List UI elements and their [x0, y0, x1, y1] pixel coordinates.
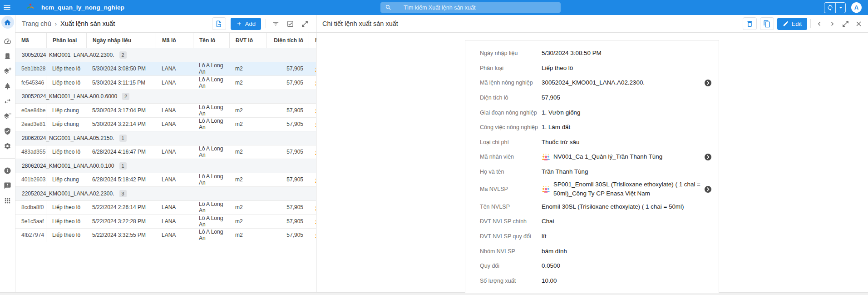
detail-field-row: Tên NVLSP Enomil 30SL (Trisiloxane ethox…: [465, 200, 719, 215]
sidebar-item-gear[interactable]: [1, 140, 14, 152]
sync-dropdown-button[interactable]: [836, 3, 845, 13]
sidebar-item-feedback[interactable]: [1, 179, 14, 192]
table-group-row[interactable]: 28062024_NGG001_LANA.A05.2150. 1: [15, 131, 316, 145]
close-detail-button[interactable]: [853, 19, 863, 29]
group-label: 28062024_NGG001_LANA.A05.2150.: [22, 135, 114, 141]
cell-phan-loai: Liếp theo lô: [46, 201, 86, 215]
sidebar-item-swap[interactable]: [1, 95, 14, 107]
filter-button[interactable]: [271, 19, 281, 29]
cell-phan-loai: Liếp chung: [46, 118, 86, 131]
sidebar-item-home[interactable]: [1, 16, 14, 29]
navigate-record-button[interactable]: [704, 79, 712, 87]
field-value: 1. Làm đất: [542, 123, 570, 132]
column-header-m[interactable]: M: [309, 33, 316, 48]
feedback-icon: [4, 182, 11, 190]
chevron-right-circle-icon: [704, 153, 712, 161]
sidebar-item-shield-check[interactable]: [1, 125, 14, 137]
field-value: NV001_Ca 1_Quản lý_Trần Thanh Tùng: [553, 152, 662, 161]
chevron-left-icon: [815, 20, 823, 28]
breadcrumb-separator: ›: [55, 20, 57, 27]
cell-ngay-nhap-lieu: 5/22/2024 3:32:55 PM: [86, 229, 156, 242]
field-label: Mã lệnh nông nghiệp: [480, 80, 542, 86]
sidebar-item-speed[interactable]: [1, 35, 14, 47]
cell-phan-loai: Liếp theo lô: [46, 62, 86, 76]
table-row[interactable]: 8cdba8f0 Liếp theo lô 5/22/2024 2:26:14 …: [15, 201, 316, 215]
people-icon: [315, 218, 316, 225]
table-row[interactable]: fe545346 Liếp theo lô 5/30/2024 3:11:15 …: [15, 76, 316, 90]
column-header-ma[interactable]: Mã: [15, 33, 46, 48]
fullscreen-button[interactable]: [840, 19, 850, 29]
cell-ma: 483ad355: [15, 145, 46, 159]
previous-record-button[interactable]: [814, 19, 824, 29]
duplicate-button[interactable]: [760, 17, 774, 30]
expand-panel-button[interactable]: [300, 19, 310, 29]
add-button[interactable]: Add: [231, 18, 261, 30]
column-header-dien-tich-lo[interactable]: Diện tích lô: [266, 33, 309, 48]
breadcrumb-home-link[interactable]: Trang chủ: [22, 20, 51, 27]
field-label: Mã nhân viên: [480, 154, 542, 160]
table-group-row[interactable]: 22052024_KMO001_LANA.A02.2300. 3: [15, 187, 316, 201]
table-row[interactable]: 401b2603 Liếp chung 6/28/2024 5:18:42 PM…: [15, 173, 316, 187]
table-row[interactable]: 483ad355 Liếp theo lô 6/28/2024 4:16:47 …: [15, 145, 316, 160]
export-button[interactable]: [212, 17, 226, 30]
table-row[interactable]: e0ae84be Liếp chung 5/30/2024 3:17:04 PM…: [15, 104, 316, 118]
field-label: Mã NVLSP: [480, 186, 542, 192]
cell-dien-tich-lo: 57,905: [266, 229, 309, 242]
cell-ma: e0ae84be: [15, 104, 46, 117]
field-value: 0.0500: [542, 261, 560, 270]
sidebar-item-info[interactable]: [1, 164, 14, 177]
search-input[interactable]: [404, 5, 553, 11]
column-header-ma-lo[interactable]: Mã lô: [156, 33, 193, 48]
field-value: Trần Thanh Tùng: [542, 167, 588, 176]
field-value: 30052024_KMO001_LANA.A02.2300.: [542, 78, 645, 87]
detail-field-row: ĐVT NVLSP chính Chai: [465, 214, 719, 229]
expand-icon: [842, 20, 849, 28]
field-value: lít: [542, 232, 546, 241]
sidebar-item-apps[interactable]: [1, 194, 14, 207]
table-row[interactable]: 5eb1bb28 Liếp theo lô 5/30/2024 3:08:50 …: [15, 62, 316, 76]
table-group-row[interactable]: 30052024_KMO001_LANA.A00.0.6000 2: [15, 90, 316, 104]
people-icon: [315, 149, 316, 155]
cell-ma: 2ead3e81: [15, 118, 46, 131]
sync-button[interactable]: [824, 3, 836, 13]
cell-ma: 401b2603: [15, 173, 46, 187]
cell-ma-lo: LANA: [156, 104, 193, 117]
cell-dvt-lo: m2: [229, 173, 266, 187]
hamburger-menu-button[interactable]: [0, 0, 14, 15]
sidebar-item-door[interactable]: [1, 50, 14, 62]
column-header-ten-lo[interactable]: Tên lô: [193, 33, 229, 48]
next-record-button[interactable]: [827, 19, 837, 29]
table-row[interactable]: 5e1c5aaf Liếp theo lô 5/22/2024 3:22:28 …: [15, 215, 316, 229]
delete-button[interactable]: [743, 17, 757, 30]
field-value: bám dính: [542, 247, 567, 256]
plus-icon: [236, 20, 242, 27]
cell-ma: fe545346: [15, 76, 46, 90]
edit-button[interactable]: Edit: [777, 18, 807, 30]
sidebar-item-layers-plus[interactable]: [1, 65, 14, 77]
group-label: 22052024_KMO001_LANA.A02.2300.: [22, 190, 114, 197]
table-group-row[interactable]: 28062024_KMO001_LANA.A00.0.100 1: [15, 159, 316, 173]
cell-phan-loai: Liếp chung: [46, 173, 86, 187]
user-avatar[interactable]: A: [851, 2, 862, 13]
sidebar: [0, 15, 15, 292]
horizontal-scrollbar[interactable]: [0, 292, 868, 295]
search-icon: [385, 4, 392, 11]
table-group-row[interactable]: 30052024_KMO001_LANA.A02.2300. 2: [15, 48, 316, 62]
sidebar-item-tree[interactable]: [1, 80, 14, 92]
cell-ma: 5e1c5aaf: [15, 215, 46, 228]
cell-dvt-lo: m2: [229, 145, 266, 159]
select-rows-button[interactable]: [285, 19, 295, 29]
table-row[interactable]: 2ead3e81 Liếp chung 5/30/2024 3:22:14 PM…: [15, 118, 316, 132]
column-header-ngay-nhap-lieu[interactable]: Ngày nhập liệu: [86, 33, 156, 48]
gear-icon: [4, 142, 11, 150]
column-header-dvt-lo[interactable]: ĐVT lô: [229, 33, 266, 48]
sidebar-item-layers-minus[interactable]: [1, 110, 14, 122]
table-row[interactable]: 4fb27974 Liếp theo lô 5/22/2024 3:32:55 …: [15, 229, 316, 243]
people-icon: [315, 121, 316, 128]
column-header-phan-loai[interactable]: Phân loại: [46, 33, 86, 48]
navigate-record-button[interactable]: [704, 153, 712, 161]
detail-panel: Chi tiết lệnh xuất sản xuất Edit Ngày nh…: [316, 15, 868, 292]
edit-button-label: Edit: [792, 20, 802, 27]
navigate-record-button[interactable]: [704, 185, 712, 194]
cell-ma: 5eb1bb28: [15, 62, 46, 76]
